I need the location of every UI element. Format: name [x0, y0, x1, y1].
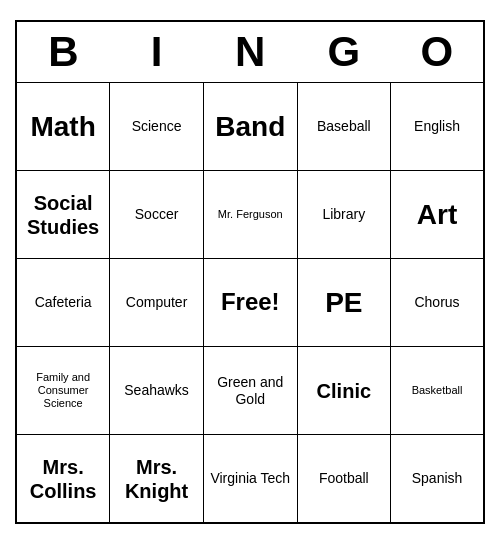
header-row: BINGO [16, 21, 484, 83]
table-cell: Computer [110, 259, 204, 347]
table-cell: Football [297, 435, 390, 523]
table-cell: Social Studies [16, 171, 110, 259]
table-cell: Art [391, 171, 484, 259]
header-letter: G [297, 21, 390, 83]
header-letter: O [391, 21, 484, 83]
table-cell: Library [297, 171, 390, 259]
table-cell: Mrs. Collins [16, 435, 110, 523]
table-cell: PE [297, 259, 390, 347]
table-row: Social StudiesSoccerMr. FergusonLibraryA… [16, 171, 484, 259]
table-cell: Math [16, 83, 110, 171]
table-cell: Mrs. Knight [110, 435, 204, 523]
table-cell: Mr. Ferguson [203, 171, 297, 259]
table-cell: Seahawks [110, 347, 204, 435]
table-cell: Spanish [391, 435, 484, 523]
table-cell: Baseball [297, 83, 390, 171]
table-cell: Science [110, 83, 204, 171]
table-cell: Green and Gold [203, 347, 297, 435]
table-cell: English [391, 83, 484, 171]
table-cell: Free! [203, 259, 297, 347]
table-row: Mrs. CollinsMrs. KnightVirginia TechFoot… [16, 435, 484, 523]
table-row: CafeteriaComputerFree!PEChorus [16, 259, 484, 347]
table-cell: Basketball [391, 347, 484, 435]
table-row: Family and Consumer ScienceSeahawksGreen… [16, 347, 484, 435]
table-cell: Cafeteria [16, 259, 110, 347]
header-letter: I [110, 21, 204, 83]
table-cell: Family and Consumer Science [16, 347, 110, 435]
bingo-table: BINGO MathScienceBandBaseballEnglishSoci… [15, 20, 485, 524]
grid-body: MathScienceBandBaseballEnglishSocial Stu… [16, 83, 484, 523]
table-cell: Band [203, 83, 297, 171]
table-row: MathScienceBandBaseballEnglish [16, 83, 484, 171]
table-cell: Chorus [391, 259, 484, 347]
table-cell: Virginia Tech [203, 435, 297, 523]
table-cell: Soccer [110, 171, 204, 259]
table-cell: Clinic [297, 347, 390, 435]
header-letter: B [16, 21, 110, 83]
header-letter: N [203, 21, 297, 83]
